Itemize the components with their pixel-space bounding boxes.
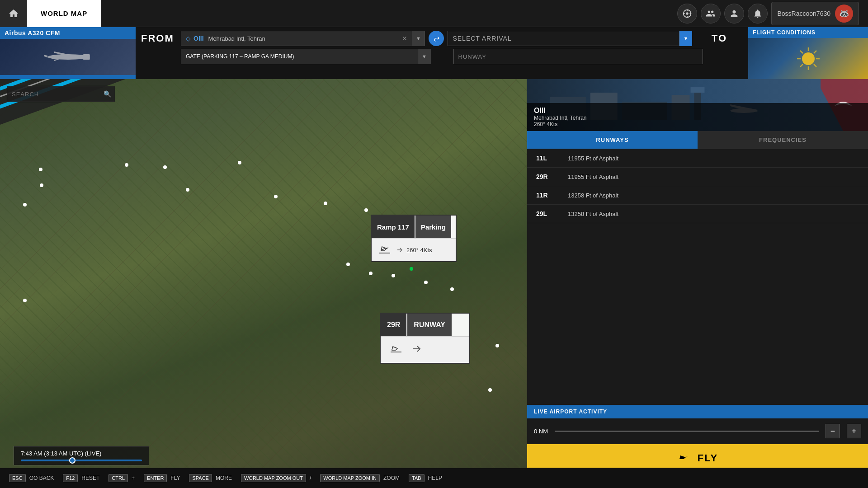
dot-marker-green — [410, 267, 413, 271]
map-search-box[interactable]: 🔍 — [7, 86, 115, 102]
arrival-input[interactable]: SELECT ARRIVAL — [448, 31, 679, 46]
plus-icon: + — [852, 427, 857, 436]
user-profile[interactable]: BossRaccoon7630 🦝 — [771, 2, 859, 25]
dot-marker — [392, 274, 395, 277]
world-map-tab[interactable]: WORLD MAP — [27, 0, 101, 27]
bell-icon — [753, 9, 763, 19]
zoom-sep: / — [310, 475, 311, 481]
ramp-title-left: Ramp 117 — [372, 216, 415, 238]
nm-bar: 0 NM − + — [527, 418, 868, 444]
dot-marker — [40, 183, 43, 187]
svg-point-12 — [802, 52, 815, 65]
svg-marker-10 — [44, 55, 48, 58]
tabs-row: RUNWAYS FREQUENCIES — [527, 131, 868, 149]
svg-line-20 — [800, 64, 803, 67]
takeoff-icon — [378, 243, 391, 254]
from-row: FROM ◇ OIII Mehrabad Intl, Tehran ✕ ▼ ⇄ … — [141, 31, 743, 46]
popup-29r-body — [381, 336, 469, 363]
zoom-label: ZOOM — [383, 475, 400, 481]
airport-code: OIII — [534, 107, 861, 115]
svg-line-17 — [800, 51, 803, 53]
flight-conditions-panel: FLIGHT CONDITIONS — [748, 27, 868, 79]
airport-wind: 260° 4Kts — [534, 121, 861, 127]
flight-conditions-content — [748, 38, 868, 79]
aircraft-name: Airbus A320 CFM — [0, 27, 136, 39]
arrival-placeholder: SELECT ARRIVAL — [453, 35, 511, 42]
map-area[interactable]: 🔍 Ramp 117 Parking — [0, 79, 527, 472]
target-icon — [682, 9, 692, 19]
home-icon — [8, 8, 19, 19]
nm-track — [555, 431, 819, 432]
svg-line-19 — [814, 51, 816, 53]
dot-marker — [495, 344, 499, 347]
runway-id: 11L — [536, 155, 559, 162]
svg-point-1 — [686, 12, 689, 15]
tab-frequencies-label: FREQUENCIES — [759, 136, 807, 143]
map-background: 🔍 Ramp 117 Parking — [0, 79, 527, 472]
gate-label: GATE (PARKING 117 – RAMP GA MEDIUM) — [186, 53, 294, 60]
from-label: FROM — [141, 33, 177, 44]
wind-info: 260° 4Kts — [406, 247, 432, 253]
nm-minus-btn[interactable]: − — [826, 424, 840, 438]
departure-clear-btn[interactable]: ✕ — [400, 35, 409, 42]
runway-wind-icon — [411, 343, 422, 357]
departure-input[interactable]: ◇ OIII Mehrabad Intl, Tehran ✕ ▼ — [181, 31, 425, 46]
time-thumb[interactable] — [69, 457, 75, 464]
time-slider[interactable] — [21, 460, 142, 461]
aircraft-dep-icon — [378, 243, 391, 257]
runway-29r-id: 29R — [387, 321, 400, 329]
arrival-dropdown-btn[interactable]: ▼ — [679, 31, 692, 46]
dot-marker — [163, 165, 167, 169]
table-row[interactable]: 11L 11955 Ft of Asphalt — [527, 149, 868, 168]
fly-label: FLY — [698, 452, 718, 464]
users-icon — [706, 9, 716, 19]
avatar: 🦝 — [835, 5, 853, 23]
target-icon-btn[interactable] — [677, 4, 697, 23]
table-row[interactable]: 29R 11955 Ft of Asphalt — [527, 168, 868, 186]
runway-id: 29R — [536, 173, 559, 180]
minus-icon: − — [830, 427, 835, 436]
world-map-label: WORLD MAP — [41, 9, 87, 17]
ramp-name: Ramp 117 — [377, 223, 409, 231]
route-panel: FROM ◇ OIII Mehrabad Intl, Tehran ✕ ▼ ⇄ … — [136, 27, 748, 79]
ramp-popup[interactable]: Ramp 117 Parking 260 — [371, 215, 457, 262]
popup-29r-header: 29R RUNWAY — [381, 314, 469, 336]
user-icon-btn[interactable] — [724, 4, 744, 23]
table-row[interactable]: 29L 13258 Ft of Asphalt — [527, 205, 868, 223]
dot-marker — [274, 195, 278, 198]
tab-runways[interactable]: RUNWAYS — [527, 131, 698, 149]
home-button[interactable] — [0, 0, 27, 27]
dot-marker — [346, 263, 350, 266]
runways-table: 11L 11955 Ft of Asphalt 29R 11955 Ft of … — [527, 149, 868, 405]
zoom-out-key: WORLD MAP ZOOM OUT — [241, 474, 306, 482]
swap-button[interactable]: ⇄ — [429, 31, 444, 46]
runway-type-label: RUNWAY — [407, 314, 452, 336]
airport-info-overlay: OIII Mehrabad Intl, Tehran 260° 4Kts — [527, 103, 868, 131]
dot-marker — [324, 202, 327, 205]
ctrl-key: CTRL — [108, 474, 128, 482]
gate-select[interactable]: GATE (PARKING 117 – RAMP GA MEDIUM) — [181, 49, 418, 64]
fly-plane-icon — [677, 453, 691, 464]
dot-marker — [364, 208, 368, 212]
runway-id-label: 29R — [381, 314, 406, 336]
runway-id: 29L — [536, 210, 559, 217]
time-bar: 7:43 AM (3:13 AM UTC) (LIVE) — [14, 446, 149, 465]
runway-29r-popup[interactable]: 29R RUNWAY — [380, 313, 470, 364]
gate-runway-row: GATE (PARKING 117 – RAMP GA MEDIUM) ▼ RU… — [141, 49, 743, 64]
nm-label: 0 NM — [534, 428, 548, 435]
bell-icon-btn[interactable] — [748, 4, 768, 23]
tab-frequencies[interactable]: FREQUENCIES — [698, 131, 868, 149]
search-icon: 🔍 — [100, 90, 115, 98]
search-input[interactable] — [7, 91, 100, 98]
departure-dropdown-btn[interactable]: ▼ — [412, 31, 425, 46]
fly-shortcut-label: FLY — [170, 475, 180, 481]
users-icon-btn[interactable] — [701, 4, 721, 23]
f12-key: F12 — [63, 474, 78, 482]
aircraft-silhouette — [41, 46, 95, 68]
gate-dropdown-btn[interactable]: ▼ — [418, 49, 431, 64]
runway-desc: 11955 Ft of Asphalt — [568, 174, 859, 180]
table-row[interactable]: 11R 13258 Ft of Asphalt — [527, 186, 868, 205]
nm-plus-btn[interactable]: + — [847, 424, 861, 438]
flight-conditions-title: FLIGHT CONDITIONS — [748, 27, 868, 38]
runway-29r-type: RUNWAY — [414, 321, 445, 329]
